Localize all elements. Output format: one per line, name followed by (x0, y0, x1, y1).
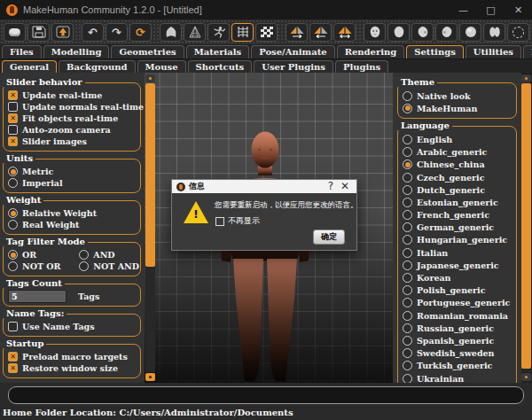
radio-unselected-icon[interactable] (403, 135, 412, 144)
radio-unselected-icon[interactable] (403, 298, 412, 307)
radio-unselected-icon[interactable] (403, 374, 412, 383)
radio-unselected-icon[interactable] (403, 285, 412, 295)
radio-selected-icon[interactable] (8, 167, 18, 176)
view-reset-button[interactable] (507, 23, 529, 42)
subtab-shortcuts[interactable]: Shortcuts (188, 60, 253, 74)
radio-swedish-sweden[interactable]: Swedish_sweden (403, 347, 513, 360)
close-button[interactable]: ✕ (505, 0, 532, 19)
scrollbar-track[interactable] (145, 83, 155, 372)
checkbox-fit-objects-real-time[interactable]: Fit objects real-time (8, 113, 137, 124)
skeleton-button[interactable] (207, 23, 230, 42)
radio-unselected-icon[interactable] (403, 248, 412, 258)
radio-not-or[interactable]: NOT OR (8, 261, 79, 272)
checkbox-auto-zoom-camera[interactable]: Auto-zoom camera (8, 124, 137, 136)
radio-selected-icon[interactable] (8, 208, 18, 218)
radio-native-look[interactable]: Native look (403, 89, 513, 102)
view-front-button[interactable] (364, 23, 386, 42)
view-left-button[interactable] (411, 23, 434, 42)
ok-button[interactable]: 确定 (313, 229, 345, 245)
subtab-background[interactable]: Background (59, 60, 135, 74)
view-top-button[interactable] (459, 23, 481, 42)
radio-not-and[interactable]: NOT AND (79, 261, 137, 272)
checkbox-update-real-time[interactable]: Update real-time (8, 89, 137, 101)
dialog-title-bar[interactable]: 信息 ? ✕ (172, 180, 356, 193)
smooth-shading-button[interactable] (160, 23, 182, 42)
scrollbar-down-cap[interactable] (521, 373, 531, 381)
radio-japanese-generic[interactable]: Japanese_generic (403, 259, 513, 271)
scrollbar-down-cap[interactable] (145, 373, 155, 381)
radio-unselected-icon[interactable] (403, 323, 412, 333)
radio-unselected-icon[interactable] (403, 222, 412, 232)
radio-real-weight[interactable]: Real Weight (8, 219, 137, 230)
checkbox-slider-images[interactable]: Slider images (8, 136, 137, 147)
tab-rendering[interactable]: Rendering (337, 45, 405, 58)
view-back-button[interactable] (387, 23, 410, 42)
new-human-button[interactable] (4, 23, 26, 42)
tab-pose-animate[interactable]: Pose/Animate (251, 45, 334, 58)
symmetry-both-button[interactable] (333, 23, 356, 42)
grid-button[interactable] (231, 23, 254, 42)
radio-unselected-icon[interactable] (79, 250, 89, 260)
radio-russian-generic[interactable]: Russian_generic (403, 322, 513, 334)
radio-unselected-icon[interactable] (8, 178, 18, 188)
subtab-plugins[interactable]: Plugins (335, 60, 388, 74)
radio-makehuman[interactable]: MakeHuman (403, 102, 513, 114)
radio-unselected-icon[interactable] (403, 198, 412, 207)
checkbox-preload-macro-targets[interactable]: Preload macro targets (8, 351, 137, 362)
checkbox-checked-icon[interactable] (8, 113, 18, 123)
dont-show-again-checkbox[interactable] (215, 217, 224, 226)
checkbox-update-normals-real-time[interactable]: Update normals real-time (8, 101, 137, 113)
tab-materials[interactable]: Materials (186, 45, 250, 58)
radio-german-generic[interactable]: German_generic (403, 222, 513, 234)
redo-button[interactable]: ↷ (106, 23, 128, 42)
radio-unselected-icon[interactable] (8, 261, 18, 271)
radio-hungarian-generic[interactable]: Hungarian_generic (403, 234, 513, 246)
radio-unselected-icon[interactable] (403, 348, 412, 358)
view-right-button[interactable] (435, 23, 458, 42)
scrollbar-up-cap[interactable] (145, 74, 155, 82)
radio-unselected-icon[interactable] (79, 261, 89, 271)
checkbox-unchecked-icon[interactable] (8, 125, 18, 135)
radio-dutch-generic[interactable]: Dutch_generic (403, 183, 513, 196)
scrollbar-thumb[interactable] (145, 83, 155, 267)
tab-modelling[interactable]: Modelling (43, 45, 110, 58)
tab-help[interactable]: Help (523, 45, 532, 58)
dont-show-again-row[interactable]: 不再显示 (215, 215, 260, 227)
reset-button[interactable]: ⟳ (129, 23, 152, 42)
radio-spanish-generic[interactable]: Spanish_generic (403, 334, 513, 346)
radio-polish-generic[interactable]: Polish_generic (403, 284, 513, 297)
radio-estonian-generic[interactable]: Estonian_generic (403, 196, 513, 208)
left-panel-scrollbar[interactable] (145, 74, 155, 381)
radio-unselected-icon[interactable] (403, 273, 412, 283)
radio-ukrainian[interactable]: Ukrainian (403, 372, 513, 383)
save-file-button[interactable] (27, 23, 50, 42)
radio-arabic-generic[interactable]: Arabic_generic (403, 146, 513, 159)
checkbox-unchecked-icon[interactable] (8, 322, 18, 331)
scrollbar-up-cap[interactable] (521, 74, 531, 82)
radio-turkish-generic[interactable]: Turkish_generic (403, 360, 513, 372)
right-panel-scrollbar[interactable] (521, 74, 531, 381)
radio-french-generic[interactable]: French_generic (403, 209, 513, 222)
radio-relative-weight[interactable]: Relative Weight (8, 207, 137, 219)
radio-unselected-icon[interactable] (403, 91, 412, 101)
tab-files[interactable]: Files (2, 45, 42, 58)
radio-or[interactable]: OR (8, 249, 79, 261)
scrollbar-thumb[interactable] (521, 83, 531, 369)
radio-selected-icon[interactable] (403, 104, 412, 113)
radio-unselected-icon[interactable] (403, 336, 412, 346)
checkbox-use-name-tags[interactable]: Use Name Tags (8, 321, 137, 332)
radio-unselected-icon[interactable] (403, 173, 412, 183)
background-checker-button[interactable] (255, 23, 278, 42)
checkbox-checked-icon[interactable] (8, 363, 18, 373)
radio-unselected-icon[interactable] (403, 311, 412, 321)
subtab-mouse[interactable]: Mouse (137, 60, 186, 74)
radio-unselected-icon[interactable] (403, 361, 412, 370)
radio-metric[interactable]: Metric (8, 166, 137, 177)
scrollbar-track[interactable] (521, 83, 531, 372)
checkbox-restore-window-size[interactable]: Restore window size (8, 362, 137, 374)
checkbox-checked-icon[interactable] (8, 136, 18, 146)
dialog-close-button[interactable]: ✕ (338, 180, 352, 193)
radio-unselected-icon[interactable] (403, 185, 412, 195)
checkbox-unchecked-icon[interactable] (8, 102, 18, 112)
subtab-general[interactable]: General (2, 60, 57, 74)
